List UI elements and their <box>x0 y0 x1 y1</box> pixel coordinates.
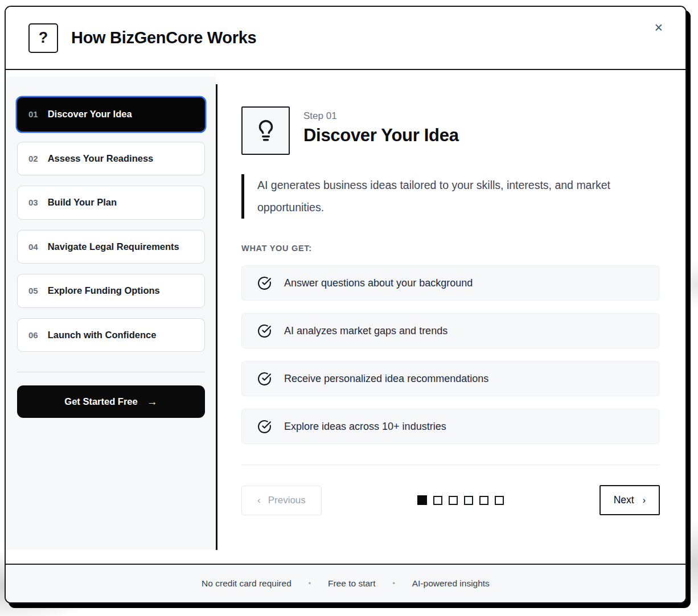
benefit-text: AI analyzes market gaps and trends <box>284 325 447 337</box>
step-pagination <box>417 495 504 505</box>
modal-header: ? How BizGenCore Works × <box>6 7 685 70</box>
benefit-item: Receive personalized idea recommendation… <box>241 361 660 396</box>
modal-footer: No credit card required • Free to start … <box>6 564 685 602</box>
pagination-square-5[interactable] <box>479 496 488 505</box>
sidebar-step-03[interactable]: 03 Build Your Plan <box>17 186 205 220</box>
modal-title: How BizGenCore Works <box>71 28 256 47</box>
step-number: 04 <box>28 240 38 253</box>
step-number: 02 <box>28 152 38 165</box>
step-label: Explore Funding Options <box>48 284 160 298</box>
step-eyebrow: Step 01 <box>303 110 459 122</box>
chevron-right-icon: › <box>643 495 646 506</box>
check-circle-icon <box>257 276 272 290</box>
sidebar-step-06[interactable]: 06 Launch with Confidence <box>17 318 205 352</box>
step-number: 05 <box>28 284 38 297</box>
pagination-square-1[interactable] <box>417 495 427 505</box>
question-mark-glyph: ? <box>39 29 48 47</box>
benefit-text: Explore ideas across 10+ industries <box>284 421 446 433</box>
step-navigation: ‹ Previous Next › <box>241 485 660 515</box>
step-number: 03 <box>28 196 38 209</box>
pagination-square-4[interactable] <box>464 496 473 505</box>
footer-item: Free to start <box>328 578 376 589</box>
get-started-button[interactable]: Get Started Free → <box>17 385 205 418</box>
sidebar-step-04[interactable]: 04 Navigate Legal Requirements <box>17 230 205 264</box>
modal-body: 01 Discover Your Idea 02 Assess Your Rea… <box>6 70 685 564</box>
pagination-square-6[interactable] <box>495 496 504 505</box>
sidebar-divider <box>17 372 205 372</box>
benefit-text: Receive personalized idea recommendation… <box>284 373 488 385</box>
step-description: AI generates business ideas tailored to … <box>241 174 657 219</box>
step-label: Assess Your Readiness <box>48 151 154 166</box>
benefits-heading: WHAT YOU GET: <box>241 244 660 253</box>
footer-item: No credit card required <box>202 578 291 589</box>
sidebar-step-02[interactable]: 02 Assess Your Readiness <box>17 142 205 176</box>
step-label: Launch with Confidence <box>48 328 157 343</box>
help-icon: ? <box>28 23 58 53</box>
bullet-separator: • <box>393 580 395 588</box>
step-title: Discover Your Idea <box>303 125 459 146</box>
footer-item: AI-powered insights <box>412 578 490 589</box>
check-circle-icon <box>257 324 272 338</box>
step-detail-panel: Step 01 Discover Your Idea AI generates … <box>217 70 685 564</box>
benefit-item: AI analyzes market gaps and trends <box>241 313 660 348</box>
check-circle-icon <box>257 420 272 434</box>
step-label: Build Your Plan <box>48 195 117 210</box>
benefit-text: Answer questions about your background <box>284 277 473 289</box>
benefit-item: Explore ideas across 10+ industries <box>241 409 660 444</box>
step-hero: Step 01 Discover Your Idea <box>241 106 660 155</box>
benefit-item: Answer questions about your background <box>241 265 660 301</box>
close-icon: × <box>654 19 663 35</box>
arrow-right-icon: → <box>147 396 158 408</box>
content-divider <box>241 465 660 465</box>
step-heading-group: Step 01 Discover Your Idea <box>303 106 459 146</box>
next-button[interactable]: Next › <box>600 485 660 515</box>
step-label: Navigate Legal Requirements <box>48 240 179 254</box>
pagination-square-3[interactable] <box>449 496 458 505</box>
steps-sidebar: 01 Discover Your Idea 02 Assess Your Rea… <box>6 77 216 550</box>
bullet-separator: • <box>309 580 311 588</box>
step-number: 01 <box>28 108 38 121</box>
check-circle-icon <box>257 372 272 386</box>
sidebar-step-05[interactable]: 05 Explore Funding Options <box>17 274 205 308</box>
previous-button[interactable]: ‹ Previous <box>241 486 322 515</box>
step-number: 06 <box>28 328 38 342</box>
pagination-square-2[interactable] <box>433 496 442 505</box>
step-label: Discover Your Idea <box>48 107 132 122</box>
previous-label: Previous <box>268 495 306 506</box>
next-label: Next <box>614 494 634 506</box>
sidebar-step-01[interactable]: 01 Discover Your Idea <box>17 97 205 132</box>
close-button[interactable]: × <box>654 20 663 35</box>
how-it-works-modal: ? How BizGenCore Works × 01 Discover You… <box>5 6 687 603</box>
get-started-label: Get Started Free <box>64 396 137 407</box>
lightbulb-icon <box>241 106 290 155</box>
chevron-left-icon: ‹ <box>257 495 261 506</box>
